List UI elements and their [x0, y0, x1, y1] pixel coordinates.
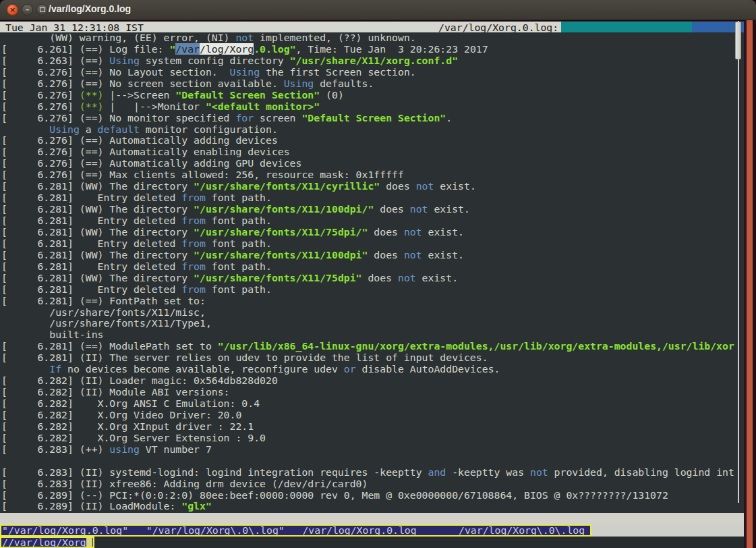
- log-line: [ 6.276] (==) No screen section availabl…: [0, 78, 744, 90]
- log-line: [ 6.289] (II) LoadModule: "glx": [0, 501, 744, 512]
- log-line: [ 6.283] (++) using VT number 7: [0, 444, 744, 456]
- text-cursor: [86, 538, 92, 547]
- scrollbar: [734, 21, 742, 513]
- lnav-top-bar: Tue Jan 31 12:31:08 IST /var/log/Xorg.0.…: [0, 21, 744, 33]
- search-prompt-input[interactable]: //var/log/Xorg: [0, 537, 94, 548]
- log-line: [ 6.281] Entry deleted from font path.: [0, 215, 744, 227]
- window-titlebar: × – /var/log/Xorg.0.log: [0, 0, 756, 20]
- log-line: [ 6.263] (==) Using system config direct…: [0, 55, 744, 67]
- current-file-label: /var/log/Xorg.0.log:: [438, 22, 558, 33]
- log-line: [ 6.282] (II) Loader magic: 0x564db828d0…: [0, 375, 744, 387]
- search-preview-row: "/var/log/Xorg.0.log" "/var/log/Xorg\.0\…: [0, 524, 744, 537]
- log-line: [ 6.281] Entry deleted from font path.: [0, 284, 744, 296]
- log-line: [ 6.282] (II) Module ABI versions:: [0, 387, 744, 398]
- clock-text: Tue Jan 31 12:31:08 IST: [5, 22, 144, 33]
- log-line: [ 6.282] X.Org Video Driver: 20.0: [0, 410, 744, 421]
- minimize-icon[interactable]: –: [22, 4, 33, 16]
- file-format-badge: : plain text:: [561, 22, 692, 33]
- log-line: [ 6.281] (WW) The directory "/usr/share/…: [0, 273, 744, 284]
- window-title: /var/log/Xorg.0.log: [49, 3, 131, 14]
- log-line: [ 6.281] Entry deleted from font path.: [0, 238, 744, 250]
- log-line: [ 6.276] (==) No Layout section. Using t…: [0, 67, 744, 78]
- log-line: If no devices become available, reconfig…: [0, 364, 744, 375]
- log-line: [ 6.283] (II) xfree86: Adding drm device…: [0, 478, 744, 490]
- log-line: [ 6.276] (**) |-->Screen "Default Screen…: [0, 90, 744, 101]
- scrollbar-track[interactable]: [738, 21, 739, 503]
- log-line: /usr/share/fonts/X11/misc,: [0, 307, 744, 319]
- log-line: Using a default monitor configuration.: [0, 124, 744, 136]
- log-line: [ 6.281] (II) The server relies on udev …: [0, 352, 744, 364]
- log-line: [ 6.276] (==) Max clients allowed: 256, …: [0, 169, 744, 181]
- log-line: [ 6.276] (==) No monitor specified for s…: [0, 113, 744, 124]
- search-preview-box: "/var/log/Xorg.0.log" "/var/log/Xorg\.0\…: [0, 524, 591, 537]
- maximize-glyph: [40, 7, 45, 12]
- log-line: [ 6.281] (WW) The directory "/usr/share/…: [0, 181, 744, 192]
- log-line: [ 6.289] (--) PCI:*(0:0:2:0) 80ee:beef:0…: [0, 490, 744, 501]
- window-controls: × –: [7, 4, 48, 16]
- lnav-bottom-bar: L14 7% 1 hits ?:View Help: [0, 513, 744, 525]
- log-line: [ 6.261] (==) Log file: "/var/log/Xorg.0…: [0, 44, 744, 55]
- scrollbar-thumb[interactable]: [735, 22, 741, 59]
- log-view[interactable]: (WW) warning, (EE) error, (NI) not imple…: [0, 32, 744, 513]
- log-line: [ 6.281] Entry deleted from font path.: [0, 261, 744, 273]
- log-line: [ 6.281] (==) FontPath set to:: [0, 296, 744, 307]
- log-line: built-ins: [0, 329, 744, 341]
- log-line: [ 6.283] (II) systemd-logind: logind int…: [0, 467, 744, 478]
- search-prompt-row: //var/log/Xorg: [0, 537, 744, 548]
- log-line: [0, 456, 744, 467]
- log-line: [ 6.276] (**) | |-->Monitor "<default mo…: [0, 101, 744, 113]
- search-prompt-text: //var/log/Xorg: [2, 538, 86, 547]
- log-line: [ 6.276] (==) Automatically adding GPU d…: [0, 158, 744, 169]
- log-line: [ 6.281] Entry deleted from font path.: [0, 192, 744, 204]
- log-line: [ 6.281] (WW) The directory "/usr/share/…: [0, 250, 744, 261]
- log-line: [ 6.282] X.Org XInput driver : 22.1: [0, 421, 744, 433]
- maximize-icon[interactable]: [36, 4, 48, 16]
- log-line: [ 6.282] X.Org Server Extension : 9.0: [0, 433, 744, 444]
- log-line: (WW) warning, (EE) error, (NI) not imple…: [0, 32, 744, 44]
- log-line: [ 6.282] X.Org ANSI C Emulation: 0.4: [0, 398, 744, 410]
- close-icon[interactable]: ×: [7, 4, 18, 16]
- log-line: [ 6.276] (==) Automatically adding devic…: [0, 135, 744, 146]
- log-line: [ 6.276] (==) Automatically enabling dev…: [0, 146, 744, 158]
- log-line: [ 6.281] (==) ModulePath set to "/usr/li…: [0, 341, 744, 352]
- log-line: [ 6.281] (WW) The directory "/usr/share/…: [0, 204, 744, 215]
- log-line: /usr/share/fonts/X11/Type1,: [0, 318, 744, 329]
- log-line: [ 6.281] (WW) The directory "/usr/share/…: [0, 227, 744, 238]
- desktop-edge-strip: [744, 20, 756, 548]
